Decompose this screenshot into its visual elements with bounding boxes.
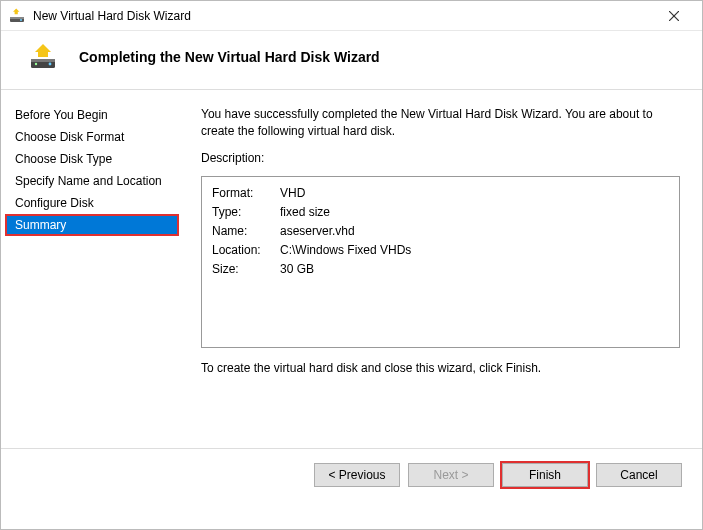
- description-box: Format:VHDType:fixed sizeName:aseserver.…: [201, 176, 680, 348]
- disk-wizard-icon: [29, 43, 57, 71]
- previous-button[interactable]: < Previous: [314, 463, 400, 487]
- sidebar-item-label: Configure Disk: [15, 196, 94, 210]
- sidebar-item-label: Specify Name and Location: [15, 174, 162, 188]
- cancel-button[interactable]: Cancel: [596, 463, 682, 487]
- detail-row: Type:fixed size: [212, 204, 669, 221]
- detail-row: Location:C:\Windows Fixed VHDs: [212, 242, 669, 259]
- wizard-sidebar: Before You BeginChoose Disk FormatChoose…: [1, 90, 181, 448]
- intro-text: You have successfully completed the New …: [201, 106, 680, 140]
- description-label: Description:: [201, 150, 680, 167]
- detail-key: Type:: [212, 204, 280, 221]
- detail-key: Size:: [212, 261, 280, 278]
- detail-value: VHD: [280, 185, 305, 202]
- sidebar-item-label: Before You Begin: [15, 108, 108, 122]
- detail-value: C:\Windows Fixed VHDs: [280, 242, 411, 259]
- wizard-header: Completing the New Virtual Hard Disk Wiz…: [1, 31, 702, 90]
- finish-button[interactable]: Finish: [502, 463, 588, 487]
- wizard-body: Before You BeginChoose Disk FormatChoose…: [1, 90, 702, 448]
- sidebar-item-specify-name-and-location[interactable]: Specify Name and Location: [5, 170, 181, 192]
- sidebar-item-choose-disk-type[interactable]: Choose Disk Type: [5, 148, 181, 170]
- window-title: New Virtual Hard Disk Wizard: [33, 9, 654, 23]
- svg-rect-1: [10, 17, 24, 19]
- close-button[interactable]: [654, 1, 694, 31]
- disk-wizard-icon: [9, 8, 25, 24]
- close-icon: [669, 11, 679, 21]
- sidebar-item-label: Summary: [15, 218, 66, 232]
- svg-rect-6: [31, 59, 55, 62]
- sidebar-item-label: Choose Disk Format: [15, 130, 124, 144]
- wizard-content: You have successfully completed the New …: [181, 90, 702, 448]
- detail-row: Size:30 GB: [212, 261, 669, 278]
- sidebar-item-before-you-begin[interactable]: Before You Begin: [5, 104, 181, 126]
- sidebar-item-summary[interactable]: Summary: [5, 214, 179, 236]
- page-title: Completing the New Virtual Hard Disk Wiz…: [79, 49, 380, 65]
- outro-text: To create the virtual hard disk and clos…: [201, 360, 680, 377]
- detail-row: Name:aseserver.vhd: [212, 223, 669, 240]
- detail-value: fixed size: [280, 204, 330, 221]
- detail-value: 30 GB: [280, 261, 314, 278]
- detail-key: Name:: [212, 223, 280, 240]
- detail-key: Format:: [212, 185, 280, 202]
- svg-point-7: [49, 63, 52, 66]
- detail-key: Location:: [212, 242, 280, 259]
- sidebar-item-configure-disk[interactable]: Configure Disk: [5, 192, 181, 214]
- svg-marker-9: [35, 44, 51, 57]
- svg-point-2: [20, 19, 22, 21]
- sidebar-item-label: Choose Disk Type: [15, 152, 112, 166]
- svg-point-8: [35, 63, 37, 65]
- titlebar: New Virtual Hard Disk Wizard: [1, 1, 702, 31]
- detail-value: aseserver.vhd: [280, 223, 355, 240]
- next-button: Next >: [408, 463, 494, 487]
- sidebar-item-choose-disk-format[interactable]: Choose Disk Format: [5, 126, 181, 148]
- wizard-footer: < Previous Next > Finish Cancel: [1, 448, 702, 500]
- detail-row: Format:VHD: [212, 185, 669, 202]
